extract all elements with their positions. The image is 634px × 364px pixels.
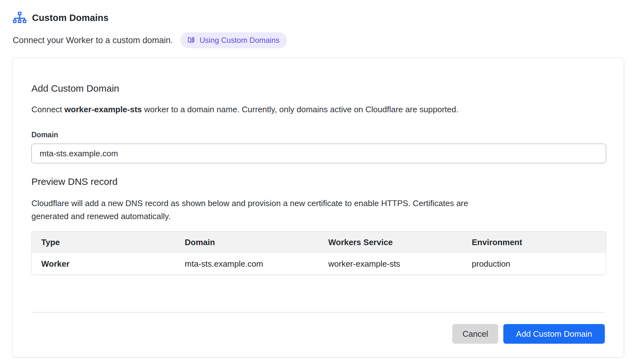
description-prefix: Connect <box>31 105 64 114</box>
domain-input[interactable] <box>31 144 606 163</box>
docs-badge-link[interactable]: Using Custom Domains <box>180 32 287 48</box>
book-icon <box>187 36 195 44</box>
domain-field-label: Domain <box>31 131 605 139</box>
cell-domain: mta-sts.example.com <box>175 259 319 269</box>
preview-description-line: generated and renewed automatically. <box>31 210 605 223</box>
dns-preview-table: Type Domain Workers Service Environment … <box>31 231 606 275</box>
page-subtitle: Connect your Worker to a custom domain. <box>13 36 173 45</box>
dialog-heading: Add Custom Domain <box>31 58 605 94</box>
dialog-description: Connect worker-example-sts worker to a d… <box>31 105 605 114</box>
cancel-button[interactable]: Cancel <box>452 324 498 344</box>
title-row: Custom Domains <box>13 11 634 24</box>
cell-environment: production <box>462 259 606 269</box>
worker-name: worker-example-sts <box>64 105 142 114</box>
table-header-row: Type Domain Workers Service Environment <box>32 231 606 253</box>
column-header-workers-service: Workers Service <box>319 237 462 247</box>
column-header-type: Type <box>32 237 175 247</box>
preview-dns-description: Cloudflare will add a new DNS record as … <box>31 197 605 223</box>
table-row: Worker mta-sts.example.com worker-exampl… <box>32 253 606 275</box>
column-header-domain: Domain <box>175 237 319 247</box>
cell-workers-service: worker-example-sts <box>319 259 462 269</box>
cell-type: Worker <box>32 259 175 269</box>
add-custom-domain-dialog: Add Custom Domain Connect worker-example… <box>12 58 624 358</box>
dialog-actions: Cancel Add Custom Domain <box>31 324 605 344</box>
preview-description-line: Cloudflare will add a new DNS record as … <box>31 197 605 210</box>
sitemap-icon <box>13 11 27 24</box>
page-title: Custom Domains <box>32 13 108 23</box>
preview-dns-heading: Preview DNS record <box>31 176 605 187</box>
add-custom-domain-button[interactable]: Add Custom Domain <box>503 324 605 344</box>
subtitle-row: Connect your Worker to a custom domain. … <box>13 32 634 48</box>
docs-badge-label: Using Custom Domains <box>199 36 279 44</box>
description-suffix: worker to a domain name. Currently, only… <box>142 105 458 114</box>
column-header-environment: Environment <box>462 237 606 247</box>
footer-divider <box>31 312 605 313</box>
page-header: Custom Domains Connect your Worker to a … <box>0 0 634 48</box>
